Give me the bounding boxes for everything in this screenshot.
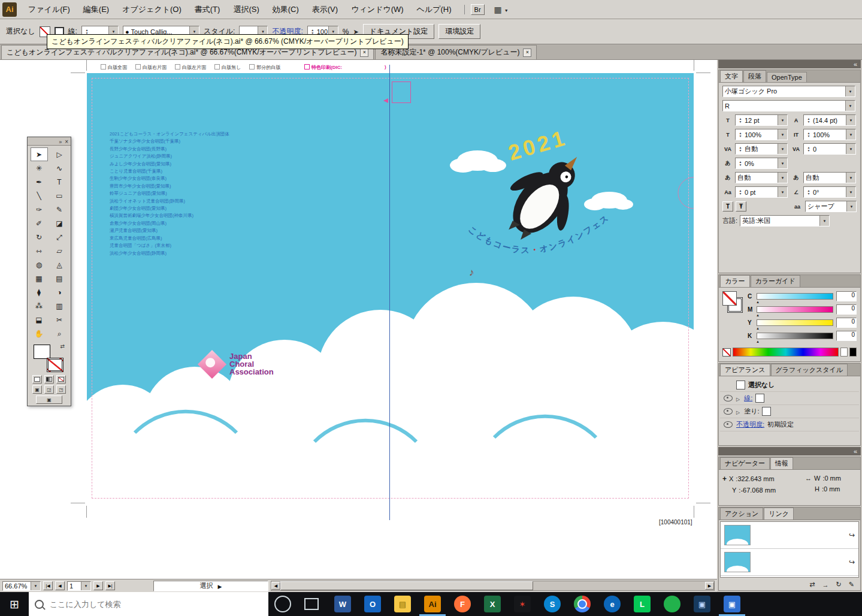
- draw-normal-button[interactable]: ▣: [32, 385, 42, 394]
- appearance-opacity-row[interactable]: 不透明度: 初期設定: [720, 418, 859, 431]
- zoom-level-combo[interactable]: 66.67%: [2, 581, 41, 591]
- draw-behind-button[interactable]: ◲: [44, 385, 54, 394]
- menu-item[interactable]: オブジェクト(O): [116, 4, 188, 15]
- cyan-slider[interactable]: [757, 293, 833, 300]
- vertical-scale-combo[interactable]: 100%: [803, 129, 856, 140]
- preferences-button[interactable]: 環境設定: [438, 24, 480, 39]
- collapse-dock-icon[interactable]: [854, 60, 857, 68]
- taskbar-app-green-icon[interactable]: [664, 596, 680, 612]
- taskbar-pinwheel-icon[interactable]: ✶: [514, 596, 531, 612]
- type-tool[interactable]: T: [51, 175, 68, 189]
- first-artboard-button[interactable]: [43, 581, 53, 590]
- taskbar-word-icon[interactable]: W: [334, 596, 351, 612]
- tab-navigator[interactable]: ナビゲーター: [720, 457, 770, 469]
- tools-panel-titlebar[interactable]: [28, 137, 71, 146]
- underline-button[interactable]: T: [722, 201, 733, 212]
- artboard-tool[interactable]: ⬓: [31, 313, 48, 327]
- visibility-eye-icon[interactable]: [724, 395, 733, 401]
- aki-left-dropdown[interactable]: [778, 173, 787, 183]
- baseline-shift-dropdown[interactable]: [778, 187, 787, 197]
- scroll-right-button[interactable]: [705, 582, 714, 590]
- char-rotation-dropdown[interactable]: [846, 187, 855, 197]
- menu-item[interactable]: 効果(C): [266, 4, 306, 15]
- disclosure-icon[interactable]: [736, 408, 741, 415]
- magenta-slider[interactable]: [757, 306, 833, 313]
- width-tool[interactable]: ⇿: [31, 244, 48, 258]
- taskbar-photos-icon[interactable]: ▣: [694, 596, 710, 612]
- tab-info[interactable]: 情報: [770, 457, 793, 469]
- strikethrough-button[interactable]: Ŧ: [736, 201, 746, 212]
- black-swatch[interactable]: [849, 348, 857, 357]
- horizontal-scale-dropdown[interactable]: [778, 129, 787, 140]
- color-spectrum-bar[interactable]: [733, 348, 839, 357]
- artboard-dropdown[interactable]: [81, 582, 90, 590]
- font-size-combo[interactable]: 12 pt: [735, 114, 788, 126]
- line-segment-tool[interactable]: ╲: [31, 189, 48, 203]
- visibility-eye-icon[interactable]: [724, 408, 733, 415]
- gradient-button[interactable]: [44, 375, 54, 384]
- kerning-dropdown[interactable]: [778, 144, 787, 154]
- appearance-fill-row[interactable]: 塗り:: [720, 405, 859, 418]
- taskbar-illustrator-icon[interactable]: Ai: [424, 596, 441, 612]
- link-item[interactable]: [721, 549, 858, 576]
- cortana-button[interactable]: [268, 592, 297, 616]
- stroke-attr-swatch[interactable]: [755, 394, 764, 403]
- bridge-button[interactable]: Br: [471, 4, 485, 15]
- disclosure-icon[interactable]: [736, 395, 741, 402]
- hand-tool[interactable]: ✋: [31, 327, 48, 340]
- slice-tool[interactable]: ✂: [51, 313, 68, 327]
- font-family-combo[interactable]: 小塚ゴシック Pro: [722, 86, 855, 97]
- taskbar-edge-icon[interactable]: e: [604, 596, 621, 612]
- scrollbar-thumb[interactable]: [280, 581, 533, 590]
- scroll-left-button[interactable]: [271, 582, 280, 590]
- taskbar-capture-icon[interactable]: ▣: [724, 596, 740, 612]
- zoom-dropdown[interactable]: [31, 582, 40, 590]
- status-popup-arrow-icon[interactable]: [218, 582, 222, 590]
- taskbar-line-icon[interactable]: L: [634, 596, 651, 612]
- menu-item[interactable]: 書式(T): [188, 4, 227, 15]
- baseline-shift-combo[interactable]: 0 pt: [735, 186, 788, 198]
- menu-item[interactable]: 表示(V): [306, 4, 344, 15]
- selection-tool[interactable]: ➤: [31, 147, 48, 161]
- menu-item[interactable]: ウィンドウ(W): [344, 4, 410, 15]
- status-readout[interactable]: 選択: [153, 581, 268, 591]
- fill-attr-label[interactable]: 塗り:: [744, 407, 759, 416]
- artboard[interactable]: 2021 ♪ こどもコーラス・オンラインフェスティバル 2021こどもコーラス・…: [87, 73, 694, 503]
- opacity-stepper[interactable]: [310, 29, 316, 34]
- tracking-combo[interactable]: 0: [803, 143, 856, 155]
- aki-right-combo[interactable]: 自動: [803, 172, 856, 183]
- menu-item[interactable]: ヘルプ(H): [410, 4, 458, 15]
- menu-item[interactable]: 選択(S): [226, 4, 265, 15]
- taskbar-explorer-icon[interactable]: ▤: [394, 596, 411, 612]
- leading-combo[interactable]: (14.4 pt): [803, 114, 856, 126]
- yellow-value[interactable]: 0: [836, 318, 857, 328]
- tsume-dropdown[interactable]: [778, 158, 787, 168]
- tab-close-icon[interactable]: [523, 49, 531, 57]
- color-fill-stroke-swatches[interactable]: [722, 291, 743, 313]
- menu-item[interactable]: ファイル(F): [22, 4, 77, 15]
- blob-brush-tool[interactable]: ✐: [31, 216, 48, 230]
- mesh-tool[interactable]: ▦: [31, 271, 48, 285]
- symbol-sprayer-tool[interactable]: ⁂: [31, 299, 48, 313]
- shape-builder-tool[interactable]: ◍: [31, 258, 48, 271]
- pen-tool[interactable]: ✒: [31, 175, 48, 189]
- tracking-dropdown[interactable]: [846, 144, 855, 154]
- edit-original-button[interactable]: [849, 581, 854, 588]
- rotate-tool[interactable]: ↻: [31, 230, 48, 244]
- stroke-attr-label[interactable]: 線:: [744, 394, 752, 403]
- gradient-tool[interactable]: ▤: [51, 271, 68, 285]
- tab-links[interactable]: リンク: [764, 508, 794, 520]
- tab-opentype[interactable]: OpenType: [767, 72, 807, 82]
- link-item[interactable]: [721, 522, 858, 549]
- direct-selection-tool[interactable]: ▷: [51, 147, 68, 161]
- vertical-scale-dropdown[interactable]: [846, 129, 855, 140]
- none-button[interactable]: [56, 375, 66, 384]
- taskbar-search-box[interactable]: [29, 592, 268, 616]
- tab-character[interactable]: 文字: [720, 70, 743, 82]
- font-size-dropdown[interactable]: [778, 115, 787, 125]
- aki-right-dropdown[interactable]: [846, 173, 855, 183]
- draw-inside-button[interactable]: ◳: [56, 385, 66, 394]
- fill-attr-swatch[interactable]: [762, 407, 771, 416]
- paintbrush-tool[interactable]: ✑: [31, 203, 48, 216]
- rectangle-tool[interactable]: ▭: [51, 189, 68, 203]
